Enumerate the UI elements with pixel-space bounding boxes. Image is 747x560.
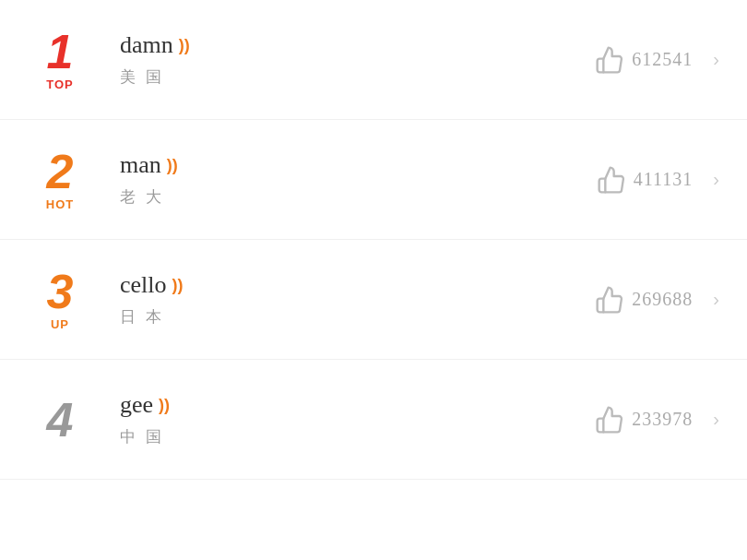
thumbs-up-icon-1[interactable] — [595, 45, 624, 75]
thumbs-up-icon-3[interactable] — [595, 285, 624, 315]
right-section-3[interactable]: 269688 › — [595, 285, 719, 315]
song-title-row-2: man )) — [120, 151, 597, 179]
like-section-4[interactable]: 233978 — [595, 405, 693, 435]
rank-badge-1: 1 TOP — [18, 28, 101, 91]
like-count-1: 612541 — [632, 49, 693, 70]
song-title-2: man — [120, 151, 161, 179]
song-info-4: gee )) 中 国 — [101, 391, 595, 447]
thumbs-up-icon-2[interactable] — [597, 165, 626, 195]
like-count-2: 411131 — [634, 169, 694, 190]
song-subtitle-3: 日 本 — [120, 306, 595, 328]
rank-number-2: 2 — [47, 148, 74, 196]
like-section-3[interactable]: 269688 — [595, 285, 693, 315]
sound-icon-1: )) — [179, 36, 190, 55]
like-section-1[interactable]: 612541 — [595, 45, 693, 75]
right-section-4[interactable]: 233978 › — [595, 405, 719, 435]
list-item[interactable]: 4 gee )) 中 国 233978 › — [0, 360, 747, 480]
list-item[interactable]: 2 HOT man )) 老 大 411131 › — [0, 120, 747, 240]
rank-label-2: HOT — [46, 197, 74, 211]
rank-number-1: 1 — [47, 28, 74, 76]
song-title-row-4: gee )) — [120, 391, 595, 419]
song-title-3: cello — [120, 271, 167, 299]
rank-badge-3: 3 UP — [18, 268, 101, 331]
sound-icon-4: )) — [159, 396, 170, 415]
song-title-1: damn — [120, 31, 173, 59]
chevron-icon-4[interactable]: › — [713, 409, 719, 430]
chevron-icon-3[interactable]: › — [713, 289, 719, 310]
song-subtitle-4: 中 国 — [120, 426, 595, 447]
rank-badge-4: 4 — [18, 396, 101, 444]
song-subtitle-2: 老 大 — [120, 186, 597, 208]
song-title-row-1: damn )) — [120, 31, 595, 59]
list-item[interactable]: 1 TOP damn )) 美 国 612541 › — [0, 0, 747, 120]
thumbs-up-icon-4[interactable] — [595, 405, 624, 435]
like-section-2[interactable]: 411131 — [597, 165, 694, 195]
rank-label-3: UP — [51, 317, 69, 331]
song-info-3: cello )) 日 本 — [101, 271, 595, 328]
right-section-1[interactable]: 612541 › — [595, 45, 719, 75]
rank-number-3: 3 — [47, 268, 74, 316]
song-info-2: man )) 老 大 — [101, 151, 597, 208]
song-subtitle-1: 美 国 — [120, 66, 595, 88]
like-count-4: 233978 — [632, 409, 693, 430]
rank-badge-2: 2 HOT — [18, 148, 101, 211]
rank-number-4: 4 — [47, 396, 74, 444]
right-section-2[interactable]: 411131 › — [597, 165, 719, 195]
list-item[interactable]: 3 UP cello )) 日 本 269688 › — [0, 240, 747, 360]
sound-icon-2: )) — [167, 156, 178, 175]
chevron-icon-1[interactable]: › — [713, 49, 719, 70]
song-title-row-3: cello )) — [120, 271, 595, 299]
chevron-icon-2[interactable]: › — [713, 169, 719, 190]
song-info-1: damn )) 美 国 — [101, 31, 595, 88]
ranking-list: 1 TOP damn )) 美 国 612541 › — [0, 0, 747, 480]
sound-icon-3: )) — [172, 276, 184, 295]
like-count-3: 269688 — [632, 289, 693, 310]
rank-label-1: TOP — [46, 77, 74, 91]
song-title-4: gee — [120, 391, 153, 419]
